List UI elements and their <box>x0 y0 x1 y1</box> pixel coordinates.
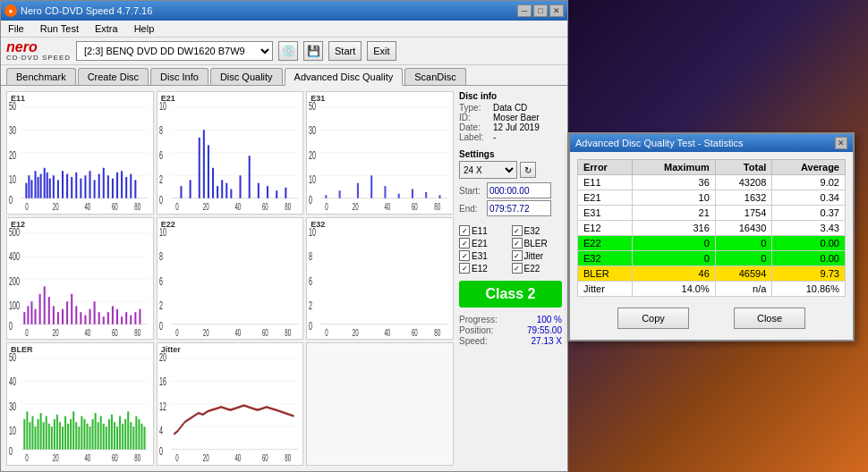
save-icon-button[interactable]: 💾 <box>303 41 323 61</box>
svg-rect-27 <box>66 174 68 198</box>
minimize-button[interactable]: ─ <box>517 4 532 17</box>
stats-error: E31 <box>578 206 633 221</box>
svg-rect-71 <box>267 186 268 198</box>
svg-text:40: 40 <box>84 202 90 213</box>
svg-rect-30 <box>80 179 81 198</box>
tab-disc-quality[interactable]: Disc Quality <box>210 68 283 85</box>
chart-empty <box>306 342 454 466</box>
svg-rect-67 <box>230 190 232 198</box>
drive-select[interactable]: [2:3] BENQ DVD DD DW1620 B7W9 <box>76 41 273 61</box>
svg-rect-206 <box>103 424 105 450</box>
svg-rect-37 <box>112 179 114 198</box>
svg-text:4: 4 <box>159 425 163 436</box>
cb-e12-box[interactable]: ✓ <box>459 263 470 274</box>
svg-text:20: 20 <box>53 202 59 213</box>
svg-rect-42 <box>134 180 136 198</box>
svg-rect-210 <box>114 423 115 451</box>
app-title: Nero CD-DVD Speed 4.7.7.16 <box>21 5 152 16</box>
speed-select[interactable]: 24 X <box>459 161 517 179</box>
cb-e31: ✓ E31 <box>459 250 510 261</box>
svg-text:40: 40 <box>84 327 90 338</box>
charts-area: E11 50 30 20 10 0 0 20 40 60 80 <box>6 91 454 466</box>
svg-text:8: 8 <box>159 125 163 137</box>
title-bar-left: ● Nero CD-DVD Speed 4.7.7.16 <box>4 4 152 17</box>
svg-text:0: 0 <box>25 327 29 338</box>
svg-rect-62 <box>208 145 209 198</box>
svg-rect-135 <box>121 316 123 324</box>
start-time-input[interactable] <box>487 182 551 198</box>
svg-text:40: 40 <box>385 327 391 338</box>
checkboxes-section: ✓ E11 ✓ E32 ✓ E21 ✓ BLER ✓ E31 <box>459 225 562 274</box>
svg-rect-202 <box>92 419 94 450</box>
stats-average: 0.37 <box>772 206 846 221</box>
stats-table: Error Maximum Total Average E11 36 43208… <box>577 159 846 297</box>
menu-file[interactable]: File <box>4 22 28 35</box>
svg-rect-73 <box>285 188 286 198</box>
svg-rect-188 <box>54 419 55 450</box>
svg-text:10: 10 <box>9 425 16 436</box>
svg-rect-130 <box>98 312 100 324</box>
svg-text:8: 8 <box>159 250 163 262</box>
svg-rect-122 <box>62 308 64 324</box>
svg-text:80: 80 <box>134 202 140 213</box>
cb-e32-box[interactable]: ✓ <box>512 225 523 236</box>
cb-jitter-box[interactable]: ✓ <box>512 250 523 261</box>
svg-rect-63 <box>212 168 214 198</box>
svg-rect-38 <box>116 173 118 198</box>
svg-text:0: 0 <box>159 195 163 206</box>
stats-maximum: 46 <box>632 266 715 282</box>
cb-bler-box[interactable]: ✓ <box>512 238 523 249</box>
chart-e21: E21 10 8 6 2 0 0 20 40 60 80 <box>157 91 304 215</box>
svg-rect-186 <box>48 424 50 450</box>
svg-rect-179 <box>29 423 30 451</box>
tab-advanced-disc-quality[interactable]: Advanced Disc Quality <box>285 68 404 86</box>
stats-error: E22 <box>578 236 633 251</box>
svg-text:40: 40 <box>234 202 241 213</box>
svg-rect-69 <box>248 156 250 198</box>
drive-icon-button[interactable]: 💿 <box>278 41 298 61</box>
svg-rect-116 <box>34 308 36 324</box>
disc-type-row: Type: Data CD <box>459 103 562 113</box>
svg-rect-215 <box>127 412 129 450</box>
dialog-close-icon[interactable]: ✕ <box>835 137 847 149</box>
col-maximum: Maximum <box>632 160 715 175</box>
copy-button[interactable]: Copy <box>617 308 689 329</box>
tab-disc-info[interactable]: Disc Info <box>150 68 208 85</box>
svg-rect-92 <box>370 175 372 198</box>
stats-row: Jitter 14.0% n/a 10.86% <box>578 282 846 297</box>
svg-text:6: 6 <box>159 149 163 161</box>
cb-e31-box[interactable]: ✓ <box>459 250 470 261</box>
svg-text:2: 2 <box>309 299 312 310</box>
refresh-button[interactable]: ↻ <box>520 162 536 178</box>
menu-extra[interactable]: Extra <box>91 22 122 35</box>
nero-logo: nero CD·DVD SPEED <box>6 40 71 62</box>
stats-row: E22 0 0 0.00 <box>578 236 846 251</box>
stats-error: E32 <box>578 251 633 266</box>
cb-e22-box[interactable]: ✓ <box>512 263 523 274</box>
tab-create-disc[interactable]: Create Disc <box>78 68 149 85</box>
svg-text:60: 60 <box>112 453 118 464</box>
tab-scan-disc[interactable]: ScanDisc <box>404 68 465 85</box>
svg-text:80: 80 <box>285 453 291 464</box>
svg-rect-181 <box>34 427 36 450</box>
maximize-button[interactable]: □ <box>533 4 548 17</box>
svg-rect-16 <box>28 175 30 198</box>
end-time-input[interactable] <box>487 200 551 216</box>
menu-runtest[interactable]: Run Test <box>37 22 82 35</box>
exit-button[interactable]: Exit <box>367 41 396 61</box>
start-button[interactable]: Start <box>328 41 362 61</box>
tab-benchmark[interactable]: Benchmark <box>6 68 76 85</box>
close-button-dialog[interactable]: Close <box>734 308 805 329</box>
svg-text:40: 40 <box>84 453 90 464</box>
cb-e11-box[interactable]: ✓ <box>459 225 470 236</box>
menu-help[interactable]: Help <box>131 22 158 35</box>
cb-e21-box[interactable]: ✓ <box>459 238 470 249</box>
svg-rect-94 <box>398 194 400 198</box>
svg-text:12: 12 <box>159 400 166 412</box>
svg-rect-117 <box>39 293 41 324</box>
svg-rect-209 <box>111 415 113 450</box>
close-button[interactable]: ✕ <box>549 4 564 17</box>
stats-error: E11 <box>578 175 633 190</box>
cb-jitter-label: Jitter <box>524 251 544 261</box>
info-panel: Disc info Type: Data CD ID: Moser Baer D… <box>459 91 562 466</box>
